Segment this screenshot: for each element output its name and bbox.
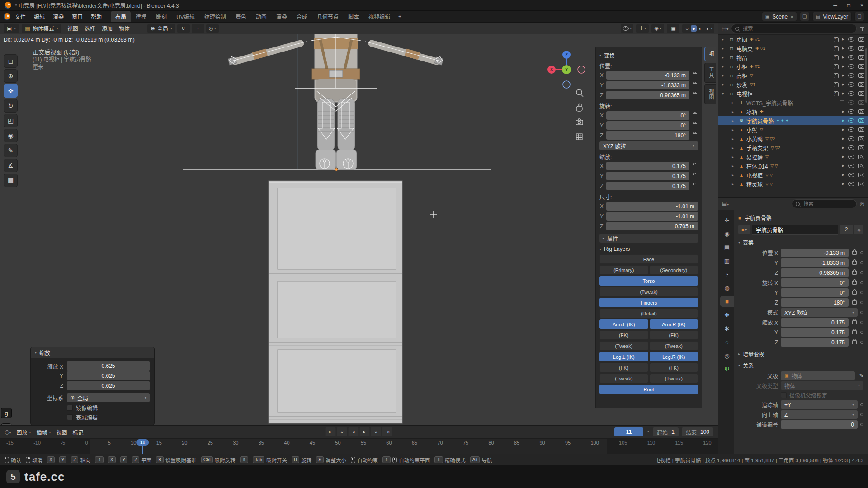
outliner-row[interactable]: ▸ ▲ 电视柜 ▽ ▽ [718,170,868,179]
expand-caret-icon[interactable]: ▸ [732,182,736,186]
render-camera-icon[interactable] [858,109,864,114]
animate-dot[interactable] [860,301,863,304]
sidebar-tab[interactable]: 视图 [704,84,716,104]
lock-icon[interactable] [693,184,697,188]
maximize-button[interactable]: □ [847,2,850,9]
render-camera-icon[interactable] [858,82,864,87]
viewport-menu[interactable]: 选择 [81,24,99,33]
topbar-menu[interactable]: 帮助 [87,13,106,22]
camera-view-icon[interactable] [576,119,583,125]
preview-range-icon[interactable]: ◔ [646,429,650,435]
object-visibility-dropdown[interactable] [621,24,633,33]
tool-button[interactable]: ◰ [4,114,18,127]
workspace-tab[interactable]: 动画 [251,11,271,22]
exclude-checkbox[interactable] [834,37,839,42]
viewport-3d[interactable]: Z X Y [0,34,718,425]
workspace-tab[interactable]: 合成 [292,11,312,22]
render-camera-icon[interactable] [858,182,864,186]
transport-button[interactable]: ▸ [360,427,370,436]
frame-end-field[interactable]: 结束 100 [682,427,713,436]
outliner-search[interactable] [731,24,857,33]
selectable-icon[interactable] [842,92,844,95]
outliner-search-input[interactable] [742,25,853,32]
outliner-item-name[interactable]: 电脑桌 [736,45,753,52]
outliner-item-name[interactable]: 沙发 [736,81,747,89]
hide-eye-icon[interactable] [848,55,854,60]
render-camera-icon[interactable] [858,73,864,78]
scale-field[interactable]: 0.175 [781,328,849,337]
lock-icon[interactable] [693,174,697,178]
camera-lock-checkbox[interactable] [781,392,787,398]
close-button[interactable]: × [860,2,863,9]
new-scene-button[interactable]: ❏ [800,12,810,21]
lock-icon[interactable] [693,83,697,87]
rig-layer-button[interactable]: (Secondary) [650,265,698,275]
outliner-item-name[interactable]: 易拉罐 [746,153,763,161]
rig-layer-button[interactable]: Torso [599,276,698,286]
rig-layer-button[interactable]: (Tweak) [650,341,698,351]
outliner-row[interactable]: ▸ ▲ 手柄支架 ▽ ▽2 [718,143,868,152]
expand-caret-icon[interactable]: ▸ [732,119,736,123]
location-field[interactable]: -1.8333 m [606,81,689,89]
rig-layer-button[interactable]: (Tweak) [599,341,648,351]
scale-field[interactable]: 0.175 [781,318,849,327]
minimize-button[interactable]: ─ [833,2,837,9]
overlays-dropdown[interactable]: ◉ [651,24,664,33]
transport-button[interactable]: « [337,427,347,436]
dimension-field[interactable]: -1.01 m [606,212,698,221]
current-frame-field[interactable]: 11 [614,427,643,436]
proportional-edit-toggle[interactable]: ◎ [206,24,219,33]
selectable-icon[interactable] [842,47,844,50]
outliner-row[interactable]: ▸ ▲ 精灵球 ▽ ▽ [718,179,868,188]
animate-dot[interactable] [860,291,863,294]
outliner-row[interactable]: ▸ Ψ 宇航员骨骼 ✦ ✦ ✦ [718,116,868,125]
selectable-icon[interactable] [842,56,844,59]
outliner-item-name[interactable]: 物品 [736,54,747,61]
outliner-row[interactable]: ▸ □ 物品 [718,53,868,62]
rotation-field[interactable]: 0° [606,111,689,120]
filter-funnel-icon[interactable] [859,26,865,31]
outliner-row[interactable]: ▸ ▲ 冰箱 ✚ [718,107,868,116]
scale-field[interactable]: 0.175 [606,172,689,180]
workspace-tab[interactable]: 纹理绘制 [200,11,231,22]
sidebar-tab[interactable]: 项 [704,47,716,61]
selectable-icon[interactable] [842,173,844,177]
transport-button[interactable]: ⇥ [382,427,392,436]
operator-value-field[interactable]: 0.625 [67,381,150,390]
location-field[interactable]: 0.98365 m [781,268,849,277]
rig-layer-button[interactable]: (FK) [599,363,648,372]
properties-tab[interactable]: ✚ [720,310,734,320]
outliner-item-name[interactable]: 柱体.014 [746,162,768,170]
outliner-item-name[interactable]: 冰箱 [746,108,757,116]
hide-eye-icon[interactable] [848,173,854,177]
lock-icon[interactable] [852,261,857,265]
dimension-field[interactable]: 0.705 m [606,222,698,230]
operator-checkbox-row[interactable]: 镜像编辑 [67,404,150,412]
checkbox[interactable] [67,405,73,411]
workspace-tab[interactable]: 建模 [131,11,151,22]
transport-button[interactable]: » [371,427,381,436]
transform-section-header[interactable]: 变换 [599,52,698,59]
lock-icon[interactable] [852,281,857,285]
outliner-item-name[interactable]: 电视柜 [736,90,753,98]
properties-search-input[interactable] [802,201,852,207]
animate-dot[interactable] [860,423,863,426]
render-camera-icon[interactable] [858,55,864,60]
outliner-item-name[interactable]: 小熊 [746,126,757,134]
checkbox[interactable] [67,414,73,420]
selectable-icon[interactable] [842,137,844,141]
lock-icon[interactable] [852,320,857,324]
lock-icon[interactable] [852,291,857,295]
shield-icon[interactable]: ◈ [854,225,863,234]
parent-object-field[interactable]: ▣ 物体 [781,371,855,380]
viewport-menu[interactable]: 视图 [64,24,81,33]
properties-tab[interactable]: ▥ [720,255,734,266]
hide-eye-icon[interactable] [848,164,854,168]
properties-tab[interactable]: ◌ [720,337,734,347]
expand-caret-icon[interactable]: ▸ [732,137,736,141]
rotation-field[interactable]: 180° [606,131,689,140]
rig-layer-button[interactable]: (FK) [650,330,698,340]
outliner-editor-icon[interactable]: ▤ [722,25,728,32]
rig-layer-button[interactable]: (FK) [599,330,648,340]
expand-caret-icon[interactable]: ▸ [722,83,726,87]
